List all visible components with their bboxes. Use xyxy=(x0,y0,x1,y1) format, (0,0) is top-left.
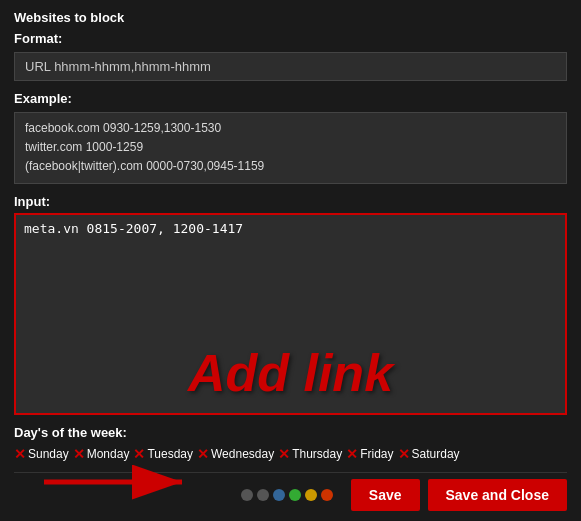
format-value: URL hhmm-hhmm,hhmm-hhmm xyxy=(14,52,567,81)
dot-5[interactable] xyxy=(321,489,333,501)
day-label-sunday: Sunday xyxy=(28,447,69,461)
day-x-thursday[interactable]: ✕ xyxy=(278,446,290,462)
day-label-thursday: Thursday xyxy=(292,447,342,461)
example-label: Example: xyxy=(14,91,567,106)
main-container: Websites to block Format: URL hhmm-hhmm,… xyxy=(0,0,581,521)
save-close-button[interactable]: Save and Close xyxy=(428,479,568,511)
example-line-2: twitter.com 1000-1259 xyxy=(25,138,556,157)
bottom-bar: Save Save and Close xyxy=(14,472,567,511)
day-x-sunday[interactable]: ✕ xyxy=(14,446,26,462)
day-x-saturday[interactable]: ✕ xyxy=(398,446,410,462)
day-label-friday: Friday xyxy=(360,447,393,461)
day-label-wednesday: Wednesday xyxy=(211,447,274,461)
arrow-container xyxy=(34,460,194,503)
day-item-wednesday: ✕Wednesday xyxy=(197,446,274,462)
dot-3[interactable] xyxy=(289,489,301,501)
dot-4[interactable] xyxy=(305,489,317,501)
day-label-tuesday: Tuesday xyxy=(147,447,193,461)
format-label: Format: xyxy=(14,31,567,46)
day-label-saturday: Saturday xyxy=(412,447,460,461)
day-item-thursday: ✕Thursday xyxy=(278,446,342,462)
input-textarea[interactable] xyxy=(16,215,565,413)
input-wrapper: Add link xyxy=(14,213,567,415)
day-x-friday[interactable]: ✕ xyxy=(346,446,358,462)
dot-1[interactable] xyxy=(257,489,269,501)
days-section: Day's of the week: ✕Sunday✕Monday✕Tuesda… xyxy=(14,425,567,462)
example-line-1: facebook.com 0930-1259,1300-1530 xyxy=(25,119,556,138)
day-x-wednesday[interactable]: ✕ xyxy=(197,446,209,462)
input-label: Input: xyxy=(14,194,567,209)
page-title: Websites to block xyxy=(14,10,567,25)
example-box: facebook.com 0930-1259,1300-1530 twitter… xyxy=(14,112,567,184)
dots-row xyxy=(241,489,333,501)
example-line-3: (facebook|twitter).com 0000-0730,0945-11… xyxy=(25,157,556,176)
day-item-saturday: ✕Saturday xyxy=(398,446,460,462)
dot-2[interactable] xyxy=(273,489,285,501)
days-label: Day's of the week: xyxy=(14,425,567,440)
save-button[interactable]: Save xyxy=(351,479,420,511)
arrow-icon xyxy=(34,460,194,500)
day-item-friday: ✕Friday xyxy=(346,446,393,462)
day-label-monday: Monday xyxy=(87,447,130,461)
dot-0[interactable] xyxy=(241,489,253,501)
